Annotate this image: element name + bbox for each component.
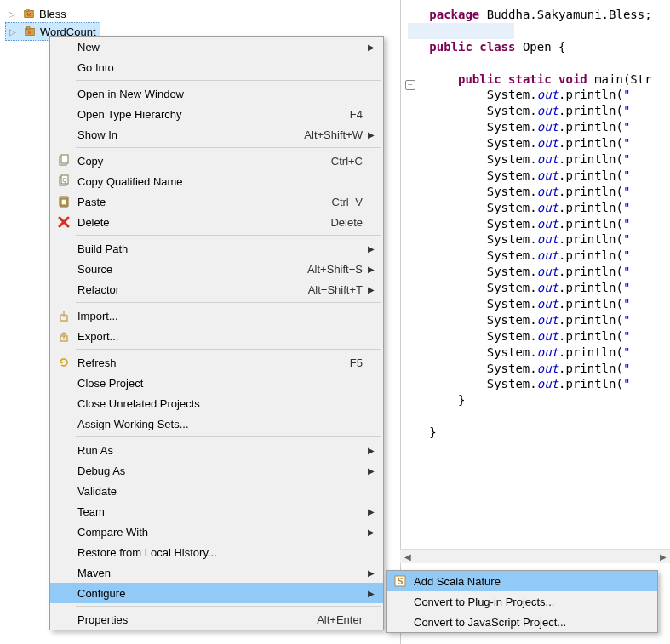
menu-item-delete[interactable]: DeleteDelete xyxy=(50,212,383,232)
menu-separator xyxy=(76,606,381,607)
expand-arrow-icon[interactable]: ▷ xyxy=(9,27,20,37)
menu-item-copy-qualified-name[interactable]: QCopy Qualified Name xyxy=(50,171,383,191)
menu-separator xyxy=(76,436,381,437)
menu-item-run-as[interactable]: Run As▶ xyxy=(50,440,383,460)
menu-separator xyxy=(76,80,381,81)
menu-label: Paste xyxy=(74,196,332,208)
menu-item-source[interactable]: SourceAlt+Shift+S▶ xyxy=(50,259,383,279)
menu-item-paste[interactable]: PasteCtrl+V xyxy=(50,191,383,212)
menu-shortcut: Alt+Enter xyxy=(317,613,368,626)
menu-item-compare-with[interactable]: Compare With▶ xyxy=(50,521,383,542)
menu-item-validate[interactable]: Validate xyxy=(50,481,383,501)
expand-arrow-icon[interactable]: ▷ xyxy=(9,9,19,19)
menu-item-open-type-hierarchy[interactable]: Open Type HierarchyF4 xyxy=(50,104,383,124)
menu-item-restore-from-local-history[interactable]: Restore from Local History... xyxy=(50,542,383,562)
menu-label: Go Into xyxy=(74,61,368,74)
menu-label: Build Path xyxy=(74,242,368,255)
submenu-arrow-icon: ▶ xyxy=(368,265,376,274)
menu-label: Show In xyxy=(74,128,304,141)
menu-label: Export... xyxy=(74,330,368,343)
menu-item-new[interactable]: New▶ xyxy=(50,37,383,57)
fold-minus-icon[interactable]: − xyxy=(405,80,415,90)
submenu-arrow-icon: ▶ xyxy=(368,285,376,294)
menu-item-copy[interactable]: CopyCtrl+C xyxy=(50,151,383,171)
horizontal-scrollbar[interactable]: ◀ ▶ xyxy=(400,549,670,563)
menu-label: New xyxy=(74,41,368,54)
submenu-label: Convert to JavaScript Project... xyxy=(410,616,650,629)
paste-icon xyxy=(54,195,74,208)
menu-item-go-into[interactable]: Go Into xyxy=(50,57,383,77)
svg-text:Q: Q xyxy=(62,177,67,184)
menu-label: Team xyxy=(74,505,368,518)
menu-separator xyxy=(76,302,381,303)
menu-item-properties[interactable]: PropertiesAlt+Enter xyxy=(50,609,383,630)
context-menu: New▶Go IntoOpen in New WindowOpen Type H… xyxy=(49,36,384,630)
svg-text:M: M xyxy=(27,29,31,35)
submenu-arrow-icon: ▶ xyxy=(368,568,376,578)
menu-shortcut: Ctrl+C xyxy=(331,155,368,168)
submenu-arrow-icon: ▶ xyxy=(368,130,376,140)
menu-item-build-path[interactable]: Build Path▶ xyxy=(50,238,383,259)
menu-label: Refresh xyxy=(74,356,350,369)
menu-label: Properties xyxy=(74,613,317,626)
menu-item-refactor[interactable]: RefactorAlt+Shift+T▶ xyxy=(50,279,383,299)
submenu-arrow-icon: ▶ xyxy=(368,507,376,516)
menu-shortcut: Alt+Shift+W xyxy=(304,128,368,141)
menu-item-open-in-new-window[interactable]: Open in New Window xyxy=(50,83,383,104)
menu-shortcut: F5 xyxy=(350,356,368,369)
submenu-item-convert-to-javascript-project[interactable]: Convert to JavaScript Project... xyxy=(387,612,657,632)
svg-text:S: S xyxy=(398,577,404,586)
menu-label: Import... xyxy=(74,310,368,322)
package-icon: M xyxy=(23,25,37,38)
submenu-item-add-scala-nature[interactable]: SAdd Scala Nature xyxy=(387,571,657,591)
menu-label: Source xyxy=(74,263,307,276)
menu-item-debug-as[interactable]: Debug As▶ xyxy=(50,460,383,481)
tree-label: Bless xyxy=(39,8,66,20)
menu-shortcut: Alt+Shift+T xyxy=(308,283,368,296)
menu-label: Open in New Window xyxy=(74,88,368,100)
scroll-left-icon[interactable]: ◀ xyxy=(400,550,415,564)
menu-label: Delete xyxy=(74,216,330,229)
menu-label: Maven xyxy=(74,567,368,579)
menu-item-close-project[interactable]: Close Project xyxy=(50,373,383,393)
menu-item-close-unrelated-projects[interactable]: Close Unrelated Projects xyxy=(50,393,383,413)
submenu-arrow-icon: ▶ xyxy=(368,589,376,598)
menu-item-configure[interactable]: Configure▶ xyxy=(50,583,383,603)
configure-submenu: SAdd Scala NatureConvert to Plug-in Proj… xyxy=(386,570,658,633)
submenu-arrow-icon: ▶ xyxy=(368,244,376,254)
menu-label: Debug As xyxy=(74,464,368,477)
scala-icon: S xyxy=(390,574,410,588)
menu-shortcut: Alt+Shift+S xyxy=(307,263,368,276)
menu-separator xyxy=(76,235,381,236)
menu-separator xyxy=(76,349,381,350)
menu-item-export[interactable]: Export... xyxy=(50,326,383,346)
scroll-right-icon[interactable]: ▶ xyxy=(656,550,670,564)
code-editor[interactable]: package Buddha.Sakyamuni.Bless; public c… xyxy=(400,0,670,644)
copy-icon xyxy=(54,154,74,168)
package-icon: M xyxy=(22,7,36,20)
submenu-arrow-icon: ▶ xyxy=(368,527,376,537)
svg-rect-7 xyxy=(61,155,68,163)
menu-label: Open Type Hierarchy xyxy=(74,108,350,121)
svg-text:M: M xyxy=(26,11,31,17)
tree-item-bless[interactable]: ▷ M Bless xyxy=(5,5,100,22)
menu-item-maven[interactable]: Maven▶ xyxy=(50,562,383,583)
submenu-item-convert-to-plug-in-projects[interactable]: Convert to Plug-in Projects... xyxy=(387,591,657,612)
submenu-arrow-icon: ▶ xyxy=(368,43,376,52)
menu-label: Restore from Local History... xyxy=(74,546,368,559)
menu-label: Run As xyxy=(74,444,368,457)
menu-item-show-in[interactable]: Show InAlt+Shift+W▶ xyxy=(50,124,383,145)
menu-label: Copy Qualified Name xyxy=(74,175,368,188)
menu-label: Close Project xyxy=(74,377,368,390)
export-icon xyxy=(54,329,74,343)
copyq-icon: Q xyxy=(54,174,74,188)
menu-item-assign-working-sets[interactable]: Assign Working Sets... xyxy=(50,413,383,434)
menu-item-refresh[interactable]: RefreshF5 xyxy=(50,352,383,373)
menu-item-team[interactable]: Team▶ xyxy=(50,501,383,521)
menu-label: Refactor xyxy=(74,283,308,296)
menu-separator xyxy=(76,147,381,148)
menu-shortcut: Delete xyxy=(330,216,368,229)
submenu-label: Add Scala Nature xyxy=(410,575,650,588)
menu-item-import[interactable]: Import... xyxy=(50,305,383,326)
menu-label: Validate xyxy=(74,485,368,498)
